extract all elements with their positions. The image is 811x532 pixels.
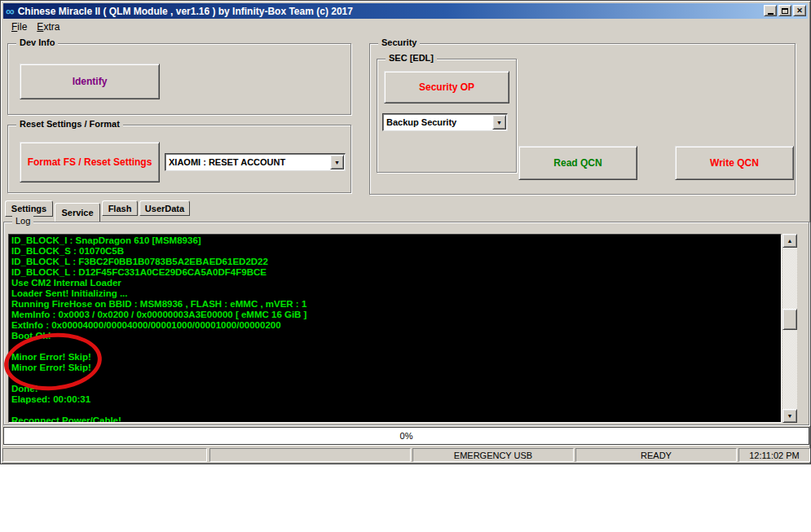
tab-settings[interactable]: Settings: [5, 200, 53, 217]
backup-security-select[interactable]: Backup Security ▼: [382, 113, 508, 131]
status-panel-usb: EMERGENCY USB: [412, 448, 574, 462]
menu-item-extra[interactable]: Extra: [32, 20, 64, 33]
log-line: Use CM2 Internal Loader: [11, 278, 781, 288]
log-line: [11, 341, 781, 352]
log-line: ID_BLOCK_L : D12F45FC331A0CE29D6CA5A0DF4…: [11, 267, 781, 278]
sec-edl-legend: SEC [EDL]: [386, 53, 437, 63]
reset-action-value: XIAOMI : RESET ACCOUNT: [165, 157, 329, 167]
log-line: Minor Error! Skip!: [11, 352, 781, 363]
log-line: Loader Sent! Initializing ...: [11, 288, 781, 299]
group-security: Security SEC [EDL] Security OP Backup Se…: [369, 43, 796, 195]
security-legend: Security: [378, 37, 420, 47]
format-fs-button[interactable]: Format FS / Reset Settings: [20, 142, 160, 182]
reset-format-legend: Reset Settings / Format: [16, 119, 123, 129]
group-reset-format: Reset Settings / Format Format FS / Rese…: [7, 125, 351, 193]
tab-flash[interactable]: Flash: [102, 200, 138, 216]
log-line: Reconnect Power/Cable!: [11, 415, 781, 423]
log-scrollbar[interactable]: ▲ ▼: [782, 234, 797, 423]
group-log: Log ID_BLOCK_I : SnapDragon 610 [MSM8936…: [3, 222, 809, 425]
status-panel-2: [209, 448, 411, 462]
app-window: ∞ Chinese Miracle II ( QLM Module , ver1…: [0, 0, 811, 464]
scroll-thumb[interactable]: [782, 309, 797, 330]
log-line: ExtInfo : 0x00004000/00004000/00001000/0…: [11, 320, 781, 331]
identify-button[interactable]: Identify: [20, 64, 160, 99]
read-qcn-button[interactable]: Read QCN: [518, 146, 637, 180]
screen: ∞ Chinese Miracle II ( QLM Module , ver1…: [0, 0, 811, 532]
reset-action-select[interactable]: XIAOMI : RESET ACCOUNT ▼: [165, 153, 346, 171]
log-line: Elapsed: 00:00:31: [11, 394, 781, 405]
backup-security-value: Backup Security: [383, 117, 491, 127]
log-line: MemInfo : 0x0003 / 0x0200 / 0x00000003A3…: [11, 310, 781, 320]
log-line: [11, 405, 781, 415]
log-line: Running FireHose on BBID : MSM8936 , FLA…: [11, 299, 781, 310]
log-line: Boot Ok!: [11, 331, 781, 341]
titlebar: ∞ Chinese Miracle II ( QLM Module , ver1…: [3, 3, 808, 19]
log-console: ID_BLOCK_I : SnapDragon 610 [MSM8936] ID…: [8, 234, 782, 423]
statusbar: EMERGENCY USB READY 12:11:02 PM: [1, 446, 811, 463]
window-controls: ✕: [764, 5, 806, 16]
close-button[interactable]: ✕: [793, 5, 806, 16]
scroll-up-button[interactable]: ▲: [782, 234, 797, 248]
log-legend: Log: [12, 216, 33, 226]
security-op-button[interactable]: Security OP: [384, 71, 509, 103]
scroll-up-icon: ▲: [787, 238, 793, 244]
maximize-button[interactable]: [778, 5, 791, 16]
close-icon: ✕: [796, 7, 803, 15]
status-panel-time: 12:11:02 PM: [738, 448, 810, 462]
dev-info-legend: Dev Info: [16, 37, 58, 47]
group-sec-edl: SEC [EDL] Security OP Backup Security ▼: [377, 59, 517, 173]
write-qcn-button[interactable]: Write QCN: [675, 146, 794, 180]
dropdown-arrow-icon[interactable]: ▼: [330, 155, 344, 169]
log-line: ID_BLOCK_I : SnapDragon 610 [MSM8936]: [11, 235, 781, 246]
log-line: Minor Error! Skip!: [11, 363, 781, 373]
status-panel-1: [2, 448, 207, 462]
menu-item-file[interactable]: File: [7, 20, 32, 33]
progress-label: 0%: [400, 431, 413, 441]
log-line: [11, 373, 781, 384]
menubar: File Extra: [3, 20, 808, 34]
scroll-down-icon: ▼: [787, 413, 793, 419]
log-line: ID_BLOCK_L : F3BC2F0BB1B0783B5A2EBAED61E…: [11, 257, 781, 267]
tab-userdata[interactable]: UserData: [139, 200, 190, 216]
dropdown-arrow-icon[interactable]: ▼: [492, 115, 506, 130]
minimize-button[interactable]: [764, 5, 777, 16]
tab-service[interactable]: Service: [55, 203, 100, 222]
window-title: Chinese Miracle II ( QLM Module , ver1.1…: [18, 6, 353, 17]
progress-bar: 0%: [3, 427, 809, 445]
scroll-down-button[interactable]: ▼: [782, 409, 797, 423]
log-line: ID_BLOCK_S : 01070C5B: [11, 246, 781, 257]
maximize-icon: [782, 8, 788, 14]
minimize-icon: [768, 13, 774, 15]
log-line: Done!: [11, 384, 781, 394]
status-panel-ready: READY: [575, 448, 737, 462]
infinity-icon: ∞: [6, 5, 15, 17]
group-dev-info: Dev Info Identify: [7, 43, 351, 115]
